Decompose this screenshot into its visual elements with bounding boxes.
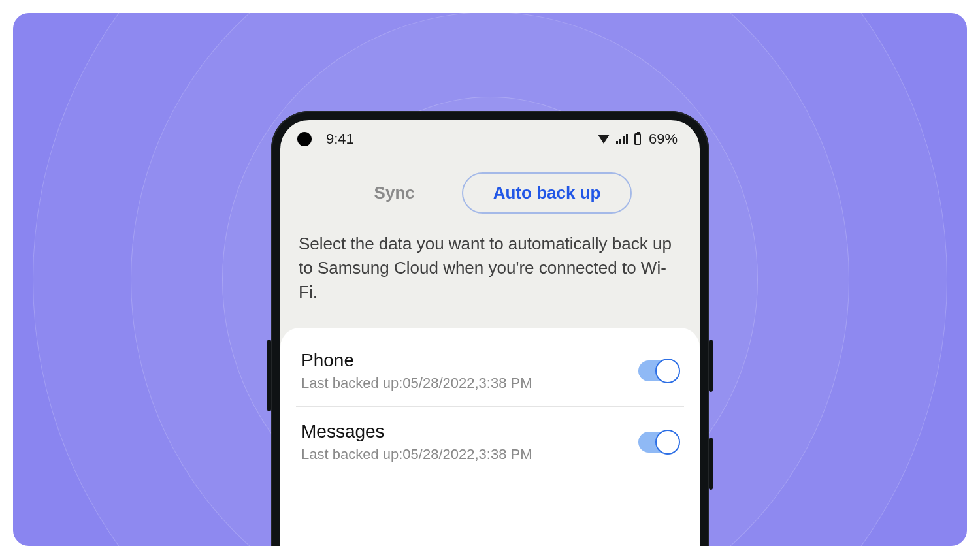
tab-auto-backup[interactable]: Auto back up: [462, 172, 632, 214]
backup-items-list: Phone Last backed up:05/28/2022,3:38 PM …: [280, 328, 700, 546]
backup-item-messages[interactable]: Messages Last backed up:05/28/2022,3:38 …: [296, 406, 684, 477]
backup-description: Select the data you want to automaticall…: [280, 223, 700, 328]
status-bar: 9:41 69%: [280, 120, 700, 154]
item-title: Messages: [301, 421, 638, 442]
backup-item-phone[interactable]: Phone Last backed up:05/28/2022,3:38 PM: [296, 336, 684, 406]
toggle-phone[interactable]: [638, 360, 679, 381]
phone-screen: 9:41 69% Sync Auto back up Select the da…: [280, 120, 700, 546]
phone-side-button: [709, 438, 713, 490]
toggle-messages[interactable]: [638, 432, 679, 453]
punch-hole-camera: [297, 132, 312, 146]
battery-icon: [634, 133, 641, 145]
tab-sync[interactable]: Sync: [348, 174, 441, 212]
status-icons: 69%: [598, 131, 678, 148]
item-subtitle: Last backed up:05/28/2022,3:38 PM: [301, 446, 638, 463]
phone-side-button: [709, 340, 713, 392]
toggle-knob: [655, 359, 680, 383]
illustration-canvas: 9:41 69% Sync Auto back up Select the da…: [13, 13, 967, 546]
battery-percent: 69%: [649, 131, 678, 148]
item-title: Phone: [301, 350, 638, 371]
phone-side-button: [267, 340, 271, 411]
wifi-icon: [598, 135, 610, 144]
status-time: 9:41: [326, 131, 354, 148]
toggle-knob: [655, 430, 680, 455]
phone-frame: 9:41 69% Sync Auto back up Select the da…: [271, 111, 709, 546]
item-subtitle: Last backed up:05/28/2022,3:38 PM: [301, 375, 638, 392]
tabs: Sync Auto back up: [280, 154, 700, 223]
signal-icon: [616, 134, 628, 144]
